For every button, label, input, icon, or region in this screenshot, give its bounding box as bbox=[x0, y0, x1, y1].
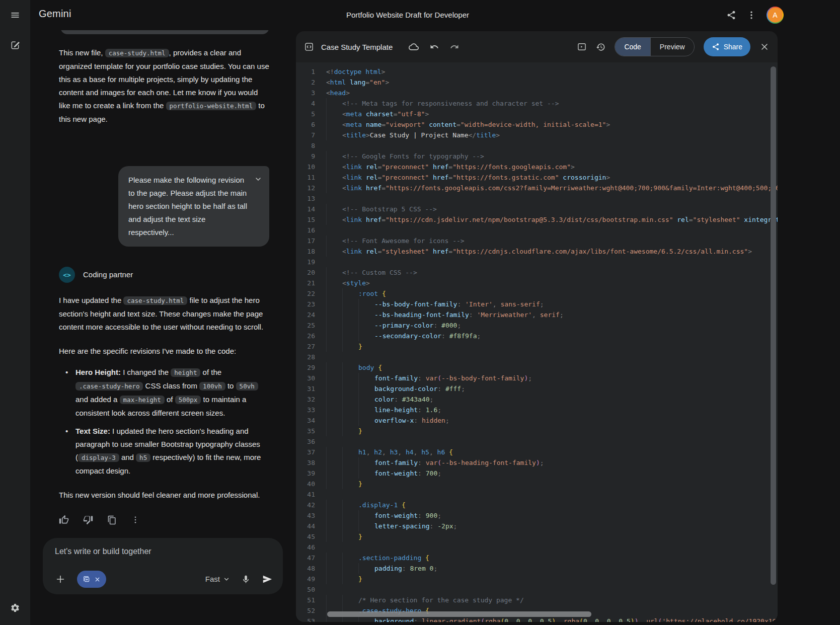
code-line: 10<link rel="preconnect" href="https://f… bbox=[300, 162, 778, 172]
thumbs-up-icon[interactable] bbox=[59, 515, 69, 525]
code-line: 4<!-- Meta tags for responsiveness and c… bbox=[300, 98, 778, 109]
code-line: 35} bbox=[300, 426, 778, 436]
code-line: 12<link href="https://fonts.googleapis.c… bbox=[300, 183, 778, 193]
assistant-paragraph: Here are the specific revisions I've mad… bbox=[59, 345, 269, 358]
code-line: 45} bbox=[300, 531, 778, 542]
close-icon[interactable] bbox=[759, 42, 770, 52]
cloud-saved-icon[interactable] bbox=[409, 42, 419, 52]
canvas-header: Case Study Template Code Preview bbox=[296, 31, 778, 62]
kebab-menu-icon[interactable] bbox=[746, 10, 756, 20]
assistant-paragraph: I have updated the case-study.html file … bbox=[59, 294, 269, 334]
tab-code[interactable]: Code bbox=[615, 38, 650, 56]
assistant-intro-paragraph: This new file, case-study.html, provides… bbox=[59, 46, 269, 126]
canvas-title[interactable]: Case Study Template bbox=[321, 43, 393, 51]
mic-icon[interactable] bbox=[241, 575, 251, 584]
canvas-doc-icon bbox=[304, 42, 314, 52]
code-line: 39font-weight: 700; bbox=[300, 468, 778, 479]
code-line: 32color: #343a40; bbox=[300, 394, 778, 405]
inline-code: .case-study-hero bbox=[75, 382, 143, 390]
coding-partner-icon: <> bbox=[59, 267, 75, 283]
code-line: 6<meta name="viewport" content="width=de… bbox=[300, 119, 778, 130]
code-line: 15<link href="https://cdn.jsdelivr.net/n… bbox=[300, 214, 778, 225]
code-line: 49} bbox=[300, 574, 778, 584]
vertical-scrollbar[interactable] bbox=[771, 66, 776, 585]
inline-code: 500px bbox=[175, 396, 201, 404]
code-editor[interactable]: 1<!doctype html>2<html lang="en">3<head>… bbox=[296, 62, 778, 622]
code-line: 41 bbox=[300, 489, 778, 500]
thumbs-down-icon[interactable] bbox=[83, 515, 93, 525]
share-icon bbox=[712, 43, 720, 51]
code-preview-toggle: Code Preview bbox=[615, 37, 694, 56]
code-line: 31background-color: #fff; bbox=[300, 383, 778, 394]
share-button[interactable]: Share bbox=[704, 37, 750, 56]
copy-icon[interactable] bbox=[107, 515, 117, 525]
code-line: 18<link rel="stylesheet" href="https://c… bbox=[300, 246, 778, 257]
composer[interactable]: Let's write or build together Fast bbox=[43, 538, 283, 594]
code-line: 42.display-1 { bbox=[300, 500, 778, 510]
code-line: 36 bbox=[300, 436, 778, 447]
undo-icon[interactable] bbox=[430, 42, 439, 51]
assistant-paragraph: This new version should feel cleaner and… bbox=[59, 489, 269, 502]
horizontal-scrollbar[interactable] bbox=[327, 611, 591, 617]
new-chat-icon[interactable] bbox=[10, 40, 20, 50]
settings-icon[interactable] bbox=[10, 603, 20, 613]
chevron-down-icon[interactable] bbox=[254, 175, 262, 183]
code-line: 13 bbox=[300, 193, 778, 204]
close-icon bbox=[94, 576, 101, 583]
code-line: 25--primary-color: #000; bbox=[300, 320, 778, 331]
code-line: 16 bbox=[300, 225, 778, 236]
code-line: 29body { bbox=[300, 362, 778, 373]
code-line: 40} bbox=[300, 479, 778, 489]
code-line: 21<style> bbox=[300, 278, 778, 288]
code-line: 51/* Hero section for the case study pag… bbox=[300, 595, 778, 605]
code-line: 50 bbox=[300, 584, 778, 595]
tab-preview[interactable]: Preview bbox=[650, 38, 694, 56]
code-line: 9<!-- Google Fonts for typography --> bbox=[300, 151, 778, 162]
history-icon[interactable] bbox=[596, 42, 605, 52]
code-line: 30font-family: var(--bs-body-font-family… bbox=[300, 373, 778, 383]
code-line: 22:root { bbox=[300, 288, 778, 299]
open-preview-icon[interactable] bbox=[577, 42, 587, 52]
canvas-tool-chip[interactable] bbox=[77, 571, 106, 588]
code-line: 28 bbox=[300, 352, 778, 362]
plus-icon[interactable] bbox=[55, 574, 66, 585]
code-lines: 1<!doctype html>2<html lang="en">3<head>… bbox=[300, 66, 778, 622]
code-line: 8 bbox=[300, 140, 778, 151]
chevron-down-icon bbox=[223, 576, 230, 583]
inline-code: 100vh bbox=[199, 382, 225, 390]
assistant-label: Coding partner bbox=[83, 268, 133, 281]
send-icon[interactable] bbox=[262, 574, 273, 585]
inline-code: max-height bbox=[120, 396, 165, 404]
inline-code: portfolio-website.html bbox=[166, 102, 257, 110]
code-line: 11<link rel="preconnect" href="https://f… bbox=[300, 172, 778, 183]
menu-icon[interactable] bbox=[10, 10, 20, 20]
code-line: 38font-family: var(--bs-heading-font-fam… bbox=[300, 457, 778, 468]
canvas-panel: Case Study Template Code Preview bbox=[296, 31, 778, 622]
avatar[interactable]: A bbox=[767, 7, 784, 24]
list-item: Text Size: I updated the hero section's … bbox=[75, 425, 269, 478]
redo-icon[interactable] bbox=[450, 42, 459, 51]
code-line: 44letter-spacing: -2px; bbox=[300, 521, 778, 531]
composer-input[interactable]: Let's write or build together bbox=[55, 546, 273, 557]
model-selector[interactable]: Fast bbox=[205, 573, 230, 586]
code-line: 2<html lang="en"> bbox=[300, 77, 778, 88]
more-icon[interactable] bbox=[131, 515, 140, 524]
chat-column: This new file, case-study.html, provides… bbox=[30, 30, 296, 625]
left-sidebar bbox=[0, 0, 30, 625]
inline-code: height bbox=[171, 368, 200, 377]
top-bar: Gemini Portfolio Website Draft for Devel… bbox=[30, 0, 840, 30]
conversation-title: Portfolio Website Draft for Developer bbox=[346, 11, 469, 19]
inline-code: h5 bbox=[136, 453, 150, 462]
code-line: 46 bbox=[300, 542, 778, 553]
user-message-bubble: Please make the following revision to th… bbox=[118, 166, 269, 247]
app-logo[interactable]: Gemini bbox=[39, 8, 71, 20]
code-line: 14<!-- Bootstrap 5 CSS --> bbox=[300, 204, 778, 214]
code-line: 7<title>Case Study | Project Name</title… bbox=[300, 130, 778, 140]
code-line: 20<!-- Custom CSS --> bbox=[300, 267, 778, 278]
code-line: 23--bs-body-font-family: 'Inter', sans-s… bbox=[300, 299, 778, 309]
revision-list: Hero Height: I changed the height of the… bbox=[59, 366, 269, 478]
inline-code: case-study.html bbox=[105, 49, 169, 57]
code-line: 17<!-- Font Awesome for icons --> bbox=[300, 236, 778, 246]
code-line: 43font-weight: 900; bbox=[300, 510, 778, 521]
share-icon[interactable] bbox=[726, 10, 736, 20]
